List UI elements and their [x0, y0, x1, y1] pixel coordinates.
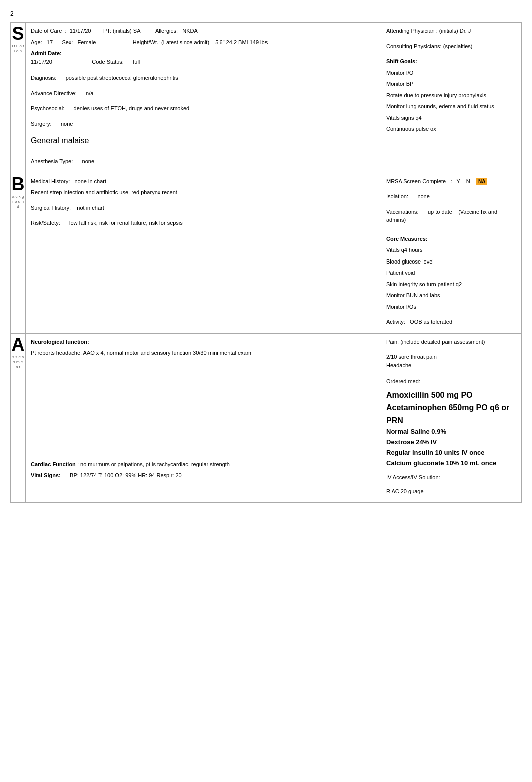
core-measure-item: Monitor BUN and labs	[386, 291, 516, 300]
risk-safety-label: Risk/Safety:	[31, 220, 60, 226]
mrsa-label: MRSA Screen Complete	[386, 178, 446, 184]
shift-goal-item: Vitals signs q4	[386, 114, 516, 122]
age-sex-line: Age: 17 Sex: Female Height/Wt.: (Latest …	[31, 38, 376, 47]
core-measure-item: Monitor I/Os	[386, 303, 516, 311]
medication-item: Dextrose 24% IV	[386, 437, 516, 448]
situation-label: S i t u a t i o n	[11, 23, 26, 173]
cardiac-label: Cardiac Function	[31, 461, 76, 467]
advance-directive-value: n/a	[86, 90, 93, 96]
background-right: MRSA Screen Complete : Y N NA Isolation:…	[381, 173, 521, 333]
pt-label: PT: (initials) SA	[103, 28, 140, 34]
top-left-content: Date of Care : 11/17/20 PT: (initials) S…	[26, 23, 381, 173]
mrsa-na: NA	[476, 178, 487, 185]
top-row: S i t u a t i o n Date of Care : 11/17/2…	[11, 23, 521, 173]
allergies-label: Allergies:	[155, 28, 178, 34]
date-of-care-label: Date of Care	[31, 28, 62, 34]
attending-label: Attending Physician	[386, 28, 435, 34]
medical-history-line: Medical History: none in chart	[31, 177, 376, 186]
age-label: Age:	[31, 39, 42, 45]
vitals-label: Vital Signs:	[31, 472, 61, 478]
general-malaise-line: General malaise	[31, 135, 376, 147]
background-row: B a c k g r o u n d Medical History: non…	[11, 173, 521, 334]
medication-item: Normal Saline 0.9%	[386, 427, 516, 437]
mrsa-n: N	[466, 178, 470, 184]
pain-label-line: Pain: (include detailed pain assessment)	[386, 338, 516, 346]
psychosocial-value: denies uses of ETOH, drugs and never smo…	[74, 105, 190, 111]
date-of-care-line: Date of Care : 11/17/20 PT: (initials) S…	[31, 27, 376, 35]
medical-history-label: Medical History:	[31, 178, 70, 184]
code-status-value: full	[133, 59, 140, 65]
admit-date-label: Admit Date:	[31, 50, 62, 56]
activity-label: Activity:	[386, 319, 405, 325]
assessment-left: Neurological function: Pt reports headac…	[26, 334, 381, 503]
surgery-label: Surgery:	[31, 121, 52, 127]
shift-goal-item: Monitor lung sounds, edema and fluid sta…	[386, 102, 516, 111]
anesthesia-label: Anesthesia Type:	[31, 158, 73, 164]
admit-date-line: Admit Date: 11/17/20 Code Status: full	[31, 49, 376, 66]
general-malaise-value: General malaise	[31, 136, 89, 145]
activity-value: OOB as tolerated	[410, 319, 452, 325]
assessment-right: Pain: (include detailed pain assessment)…	[381, 334, 521, 503]
isolation-line: Isolation: none	[386, 192, 516, 201]
allergies-value: NKDA	[182, 28, 198, 34]
ordered-med-label: Ordered med:	[386, 377, 516, 386]
advance-directive-line: Advance Directive: n/a	[31, 89, 376, 98]
height-value: 5'6" 24.2 BMI 149 lbs	[215, 39, 268, 45]
mrsa-y: Y	[456, 178, 460, 184]
vaccinations-line: Vaccinations: up to date (Vaccine hx and…	[386, 208, 516, 224]
code-status-label: Code Status:	[92, 59, 124, 65]
isolation-label: Isolation:	[386, 193, 408, 199]
background-big-letter: B	[12, 175, 25, 193]
psychosocial-label: Psychosocial:	[31, 105, 64, 111]
top-right-content: Attending Physician : (initials) Dr. J C…	[381, 23, 521, 173]
core-measures-list: Vitals q4 hoursBlood glucose levelPatien…	[386, 246, 516, 311]
neuro-label: Neurological function:	[31, 339, 89, 345]
attending-value: : (initials) Dr. J	[436, 28, 471, 34]
shift-goals-list: Monitor I/OMonitor BPRotate due to press…	[386, 69, 516, 133]
psychosocial-line: Psychosocial: denies uses of ETOH, drugs…	[31, 104, 376, 113]
age-value: 17	[47, 39, 53, 45]
assessment-row: A s s e s s m e n t Neurological functio…	[11, 334, 521, 503]
shift-goal-item: Monitor I/O	[386, 69, 516, 77]
anesthesia-value: none	[82, 158, 94, 164]
main-container: S i t u a t i o n Date of Care : 11/17/2…	[10, 22, 522, 503]
diagnosis-line: Diagnosis: possible post streptococcal g…	[31, 74, 376, 82]
risk-safety-value: low fall risk, risk for renal failure, r…	[69, 220, 183, 226]
situation-small-text: i t u a t i o n	[12, 44, 24, 54]
pain-value: 2/10 sore throat pain Headache	[386, 353, 516, 369]
shift-goals-header: Shift Goals:	[386, 58, 417, 64]
cardiac-value: : no murmurs or palpations, pt is tachyc…	[77, 461, 230, 467]
medications-list: Amoxicillin 500 mg POAcetaminophen 650mg…	[386, 389, 516, 469]
surgical-history-value: not in chart	[77, 205, 104, 211]
core-measures-label: Core Measures:	[386, 235, 516, 243]
medication-item: Calcium gluconate 10% 10 mL once	[386, 458, 516, 469]
medication-item: Amoxicillin 500 mg PO	[386, 389, 516, 402]
attending-line: Attending Physician : (initials) Dr. J	[386, 27, 516, 35]
admit-date-value: 11/17/20	[31, 59, 52, 65]
diagnosis-value: possible post streptococcal glomerulonep…	[66, 75, 178, 81]
medication-item: Regular insulin 10 units IV once	[386, 448, 516, 458]
sex-label: Sex:	[62, 39, 73, 45]
shift-goal-item: Rotate due to pressure injury prophylaxi…	[386, 91, 516, 100]
medical-history-detail: Recent strep infection and antibiotic us…	[31, 188, 376, 197]
core-measure-item: Vitals q4 hours	[386, 246, 516, 254]
iv-access-label: IV Access/IV Solution:	[386, 473, 516, 482]
shift-goal-item: Continuous pulse ox	[386, 125, 516, 133]
core-measure-item: Skin integrity so turn patient q2	[386, 280, 516, 289]
risk-safety-line: Risk/Safety: low fall risk, risk for ren…	[31, 219, 376, 227]
core-measure-item: Blood glucose level	[386, 257, 516, 266]
vaccinations-value: up to date	[428, 209, 452, 215]
vaccinations-label: Vaccinations:	[386, 209, 419, 215]
iv-access-value: R AC 20 guage	[386, 487, 516, 496]
assessment-small-text: s s e s s m e n t	[12, 355, 24, 370]
vitals-value: BP: 122/74 T: 100 O2: 99% HR: 94 Respir:…	[70, 472, 182, 478]
background-left: Medical History: none in chart Recent st…	[26, 173, 381, 333]
cardiac-line: Cardiac Function : no murmurs or palpati…	[31, 460, 376, 469]
vitals-line: Vital Signs: BP: 122/74 T: 100 O2: 99% H…	[31, 471, 376, 480]
consulting-line: Consulting Physicians: (specialties)	[386, 42, 516, 51]
height-label: Height/Wt.: (Latest since admit)	[133, 39, 209, 45]
background-label: B a c k g r o u n d	[11, 173, 26, 333]
neuro-label-line: Neurological function:	[31, 338, 376, 346]
shift-goals-label: Shift Goals:	[386, 57, 516, 66]
advance-directive-label: Advance Directive:	[31, 90, 77, 96]
